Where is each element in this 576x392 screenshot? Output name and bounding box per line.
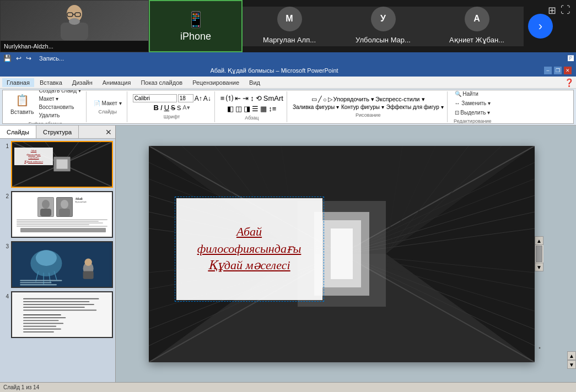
create-slide-btn[interactable]: Создать слайд ▾: [37, 90, 82, 94]
svg-point-31: [84, 259, 91, 266]
undo-qa-btn[interactable]: ↩: [15, 55, 23, 62]
save-qa-btn[interactable]: 💾: [2, 55, 13, 62]
panel-close-button[interactable]: ✕: [102, 126, 115, 138]
scroll-down-button[interactable]: ▼: [535, 263, 543, 271]
next-participants-button[interactable]: ›: [528, 14, 553, 39]
menu-design[interactable]: Дизайн: [68, 78, 97, 87]
slide-title-box[interactable]: Абай философиясындағы Құдай мәселесі: [176, 198, 322, 300]
slide-layout-btn[interactable]: 📄 Макет ▾: [92, 100, 123, 107]
svg-rect-44: [23, 320, 58, 321]
minimize-button[interactable]: –: [544, 67, 552, 74]
increase-indent-btn[interactable]: ⇥: [243, 94, 249, 102]
line-spacing-btn[interactable]: ↕≡: [268, 105, 276, 113]
columns-btn[interactable]: ▦: [260, 105, 267, 113]
align-center-btn[interactable]: ◫: [235, 105, 242, 113]
slide-num-4: 4: [2, 293, 9, 300]
font-color-btn[interactable]: A▾: [182, 104, 190, 111]
delete-btn[interactable]: Удалить: [37, 112, 82, 119]
find-btn[interactable]: 🔍 Найти: [453, 90, 493, 97]
font-size-increase-btn[interactable]: A↑: [195, 95, 202, 102]
font-family-input[interactable]: [133, 94, 177, 102]
replace-btn[interactable]: ↔ Заменить ▾: [453, 100, 493, 107]
menu-home[interactable]: Главная: [2, 78, 34, 87]
menu-animation[interactable]: Анимация: [98, 78, 136, 87]
slide-canvas[interactable]: Абай философиясындағы Құдай мәселесі: [149, 146, 535, 362]
close-button[interactable]: ✕: [564, 67, 572, 74]
quick-styles-btn[interactable]: Экспресс-стили ▾: [375, 96, 425, 103]
slide-image-1[interactable]: Абайфилософия-сындағыҚұдай мәселесі: [11, 141, 113, 188]
list-bullet-btn[interactable]: ≡: [220, 94, 225, 102]
menu-view[interactable]: Вид: [245, 78, 265, 87]
recording-label: Запись...: [39, 55, 64, 62]
svg-rect-22: [59, 209, 70, 216]
paste-label: Вставить: [10, 109, 34, 115]
outline-color-btn[interactable]: Контур фигуры ▾: [341, 104, 384, 110]
scroll-bottom-up-btn[interactable]: ▲: [567, 351, 576, 360]
slide-thumb-4[interactable]: 4: [2, 291, 113, 338]
shape-arrow-btn[interactable]: ▷: [328, 96, 332, 103]
self-name-label: Nurlykhan-Aldzh...: [4, 43, 53, 50]
tab-structure[interactable]: Структура: [36, 126, 79, 138]
align-left-btn[interactable]: ◧: [227, 105, 234, 113]
italic-btn[interactable]: I: [160, 104, 163, 112]
right-scrollbar[interactable]: ▲ ▼ ▲ ▼: [535, 236, 543, 271]
shape-oval-btn[interactable]: ○: [323, 96, 327, 103]
align-justify-btn[interactable]: ☰: [252, 105, 259, 113]
slide-thumb-2[interactable]: 2 Абай: [2, 191, 113, 238]
shadow-btn[interactable]: S: [177, 105, 181, 111]
quick-access-bar: 💾 ↩ ↪ Запись... 🅿: [0, 52, 576, 64]
svg-rect-45: [23, 323, 63, 324]
editing-group-label: Редактирование: [454, 118, 492, 124]
top-right-controls: ⊞ ⛶: [548, 4, 570, 17]
self-name-tag: Nurlykhan-Aldzh...: [1, 41, 148, 52]
fullscreen-icon[interactable]: ⛶: [561, 4, 570, 17]
grid-icon[interactable]: ⊞: [548, 4, 556, 17]
menu-slideshow[interactable]: Показ слайдов: [136, 78, 187, 87]
akniet-name: Ақниет Жұбан...: [447, 34, 507, 46]
bold-btn[interactable]: B: [154, 104, 159, 112]
select-btn[interactable]: ⊡ Выделить ▾: [453, 109, 493, 116]
scroll-thumb[interactable]: [536, 246, 542, 262]
office-help[interactable]: ❓: [564, 78, 574, 88]
text-direction-btn[interactable]: ↕: [250, 94, 254, 102]
svg-rect-16: [56, 159, 67, 168]
slide-thumb-3[interactable]: 3: [2, 241, 113, 288]
arrange-btn[interactable]: Упорядочить ▾: [333, 96, 375, 103]
smartart-btn[interactable]: SmArt: [263, 94, 283, 102]
slide-image-2[interactable]: Абай Кунанбай: [11, 191, 113, 238]
scroll-up-button[interactable]: ▲: [535, 236, 543, 245]
ribbon-editing-group: 🔍 Найти ↔ Заменить ▾ ⊡ Выделить ▾ Редакт…: [450, 91, 496, 122]
layout-btn[interactable]: Макет ▾: [37, 95, 82, 102]
svg-rect-42: [23, 314, 61, 315]
fill-color-btn[interactable]: Заливка фигуры ▾: [293, 104, 339, 110]
top-bar: Nurlykhan-Aldzh... 📱 iPhone М Маргулан А…: [0, 0, 576, 52]
font-size-input[interactable]: [178, 94, 193, 102]
font-size-decrease-btn[interactable]: A↓: [203, 95, 211, 102]
scroll-bottom-down-btn[interactable]: ▼: [567, 360, 576, 369]
restore-btn[interactable]: Восстановить: [37, 104, 82, 111]
participant-ulbol[interactable]: У Улболсын Мар...: [336, 7, 430, 46]
strikethrough-btn[interactable]: S̶: [171, 104, 175, 112]
shape-line-btn[interactable]: ╱: [318, 96, 322, 103]
paste-button[interactable]: 📋 Вставить: [8, 90, 36, 116]
ribbon-slides-group: 📄 Макет ▾ Слайды: [89, 91, 127, 122]
tab-slides[interactable]: Слайды: [0, 126, 36, 138]
menu-insert[interactable]: Вставка: [35, 78, 67, 87]
redo-qa-btn[interactable]: ↪: [25, 55, 33, 62]
slide-image-4[interactable]: [11, 291, 113, 338]
shape-effects-btn[interactable]: Эффекты для фигур ▾: [386, 104, 444, 110]
shape-rect-btn[interactable]: ▭: [311, 96, 317, 103]
iphone-participant[interactable]: 📱 iPhone: [149, 0, 243, 52]
restore-button[interactable]: ❐: [554, 67, 562, 74]
align-right-btn[interactable]: ◨: [244, 105, 250, 113]
menu-review[interactable]: Рецензирование: [188, 78, 244, 87]
underline-btn[interactable]: U: [164, 104, 169, 112]
app-title: Абай. Құдай болмысы – Microsoft PowerPoi…: [4, 67, 544, 74]
decrease-indent-btn[interactable]: ⇤: [235, 94, 241, 102]
participant-akniet[interactable]: А Ақниет Жұбан...: [430, 7, 524, 46]
list-num-btn[interactable]: ⑴: [226, 94, 233, 104]
participant-margul[interactable]: М Маргулан Алп...: [243, 7, 336, 46]
slide-thumb-1[interactable]: 1: [2, 141, 113, 188]
convert-btn[interactable]: ⟲: [256, 94, 262, 102]
slide-image-3[interactable]: [11, 241, 113, 288]
